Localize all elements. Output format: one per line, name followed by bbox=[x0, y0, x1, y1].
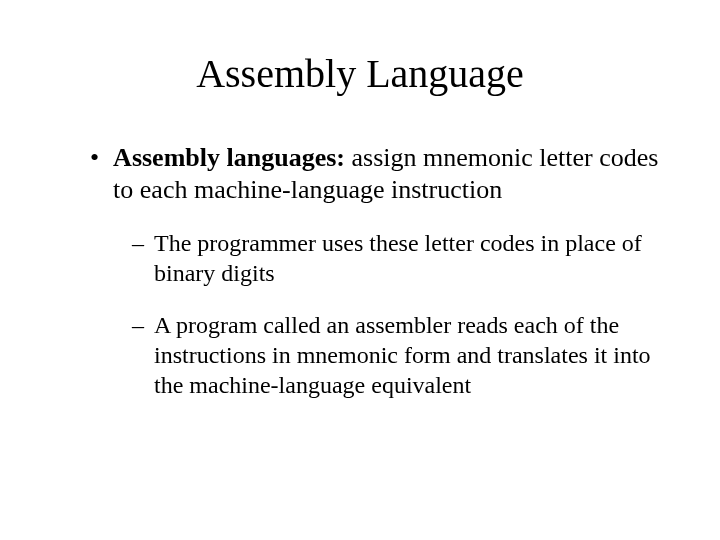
sub-bullet: – The programmer uses these letter codes… bbox=[132, 228, 660, 288]
main-term: Assembly languages: bbox=[113, 143, 351, 172]
sub-bullet-text-1: The programmer uses these letter codes i… bbox=[154, 228, 660, 288]
sub-bullet-text-2: A program called an assembler reads each… bbox=[154, 310, 660, 400]
sub-bullet: – A program called an assembler reads ea… bbox=[132, 310, 660, 400]
dash-marker-icon: – bbox=[132, 310, 144, 340]
slide-title: Assembly Language bbox=[60, 50, 660, 97]
bullet-marker-icon: • bbox=[90, 142, 99, 174]
main-bullet: • Assembly languages: assign mnemonic le… bbox=[90, 142, 660, 206]
dash-marker-icon: – bbox=[132, 228, 144, 258]
main-bullet-text: Assembly languages: assign mnemonic lett… bbox=[113, 142, 660, 206]
